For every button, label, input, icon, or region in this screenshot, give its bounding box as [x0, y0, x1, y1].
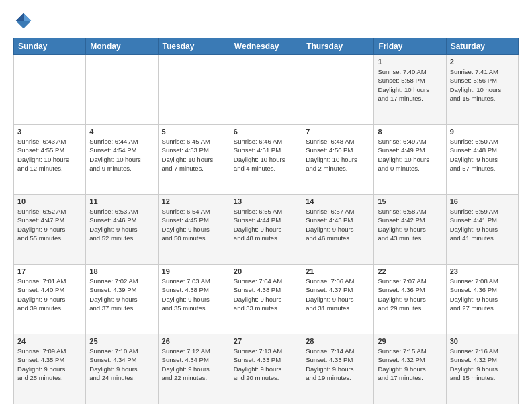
day-cell: 26Sunrise: 7:12 AM Sunset: 4:34 PM Dayli…	[158, 334, 230, 404]
day-info: Sunrise: 7:41 AM Sunset: 5:56 PM Dayligh…	[450, 67, 515, 103]
header-thursday: Thursday	[302, 38, 374, 55]
day-cell: 5Sunrise: 6:45 AM Sunset: 4:53 PM Daylig…	[158, 125, 230, 195]
header-row: SundayMondayTuesdayWednesdayThursdayFrid…	[14, 38, 519, 55]
day-cell: 3Sunrise: 6:43 AM Sunset: 4:55 PM Daylig…	[14, 125, 86, 195]
day-cell: 20Sunrise: 7:04 AM Sunset: 4:38 PM Dayli…	[230, 265, 302, 334]
calendar-table: SundayMondayTuesdayWednesdayThursdayFrid…	[13, 38, 519, 404]
day-cell	[14, 55, 86, 125]
day-info: Sunrise: 7:12 AM Sunset: 4:34 PM Dayligh…	[162, 347, 226, 382]
svg-marker-1	[24, 13, 31, 21]
day-cell: 14Sunrise: 6:57 AM Sunset: 4:43 PM Dayli…	[302, 195, 374, 265]
day-info: Sunrise: 7:07 AM Sunset: 4:36 PM Dayligh…	[378, 277, 442, 312]
day-cell: 16Sunrise: 6:59 AM Sunset: 4:41 PM Dayli…	[446, 195, 518, 265]
day-cell: 27Sunrise: 7:13 AM Sunset: 4:33 PM Dayli…	[230, 334, 302, 404]
day-info: Sunrise: 6:55 AM Sunset: 4:44 PM Dayligh…	[234, 207, 298, 242]
day-cell: 17Sunrise: 7:01 AM Sunset: 4:40 PM Dayli…	[14, 265, 86, 334]
day-info: Sunrise: 6:59 AM Sunset: 4:41 PM Dayligh…	[450, 207, 515, 242]
day-cell	[230, 55, 302, 125]
header	[13, 11, 519, 31]
header-sunday: Sunday	[14, 38, 86, 55]
header-friday: Friday	[374, 38, 446, 55]
day-number: 11	[89, 197, 154, 205]
day-info: Sunrise: 7:40 AM Sunset: 5:58 PM Dayligh…	[378, 67, 442, 103]
day-cell: 23Sunrise: 7:08 AM Sunset: 4:36 PM Dayli…	[446, 265, 518, 334]
day-cell: 15Sunrise: 6:58 AM Sunset: 4:42 PM Dayli…	[374, 195, 446, 265]
day-number: 15	[378, 197, 442, 205]
day-cell: 10Sunrise: 6:52 AM Sunset: 4:47 PM Dayli…	[14, 195, 86, 265]
day-info: Sunrise: 7:15 AM Sunset: 4:32 PM Dayligh…	[378, 347, 442, 382]
day-info: Sunrise: 7:02 AM Sunset: 4:39 PM Dayligh…	[89, 277, 154, 312]
week-row-3: 17Sunrise: 7:01 AM Sunset: 4:40 PM Dayli…	[14, 265, 519, 334]
day-number: 22	[378, 267, 442, 275]
day-cell: 6Sunrise: 6:46 AM Sunset: 4:51 PM Daylig…	[230, 125, 302, 195]
day-info: Sunrise: 7:16 AM Sunset: 4:32 PM Dayligh…	[450, 347, 515, 382]
week-row-0: 1Sunrise: 7:40 AM Sunset: 5:58 PM Daylig…	[14, 55, 519, 125]
day-cell: 8Sunrise: 6:49 AM Sunset: 4:49 PM Daylig…	[374, 125, 446, 195]
day-cell	[86, 55, 158, 125]
header-monday: Monday	[86, 38, 158, 55]
day-info: Sunrise: 6:53 AM Sunset: 4:46 PM Dayligh…	[89, 207, 154, 242]
day-number: 5	[162, 128, 226, 136]
day-info: Sunrise: 6:57 AM Sunset: 4:43 PM Dayligh…	[306, 207, 370, 242]
day-number: 19	[162, 267, 226, 275]
day-number: 23	[450, 267, 515, 275]
day-info: Sunrise: 6:45 AM Sunset: 4:53 PM Dayligh…	[162, 137, 226, 173]
day-number: 18	[89, 267, 154, 275]
day-number: 8	[378, 128, 442, 136]
day-number: 12	[162, 197, 226, 205]
day-info: Sunrise: 7:03 AM Sunset: 4:38 PM Dayligh…	[162, 277, 226, 312]
day-cell: 29Sunrise: 7:15 AM Sunset: 4:32 PM Dayli…	[374, 334, 446, 404]
day-info: Sunrise: 7:04 AM Sunset: 4:38 PM Dayligh…	[234, 277, 298, 312]
day-info: Sunrise: 6:46 AM Sunset: 4:51 PM Dayligh…	[234, 137, 298, 173]
logo-icon	[13, 11, 34, 31]
day-number: 30	[450, 337, 515, 345]
day-cell: 11Sunrise: 6:53 AM Sunset: 4:46 PM Dayli…	[86, 195, 158, 265]
day-cell: 13Sunrise: 6:55 AM Sunset: 4:44 PM Dayli…	[230, 195, 302, 265]
day-number: 29	[378, 337, 442, 345]
day-number: 20	[234, 267, 298, 275]
day-cell: 1Sunrise: 7:40 AM Sunset: 5:58 PM Daylig…	[374, 55, 446, 125]
week-row-2: 10Sunrise: 6:52 AM Sunset: 4:47 PM Dayli…	[14, 195, 519, 265]
header-wednesday: Wednesday	[230, 38, 302, 55]
week-row-1: 3Sunrise: 6:43 AM Sunset: 4:55 PM Daylig…	[14, 125, 519, 195]
day-number: 26	[162, 337, 226, 345]
day-cell: 25Sunrise: 7:10 AM Sunset: 4:34 PM Dayli…	[86, 334, 158, 404]
day-info: Sunrise: 6:49 AM Sunset: 4:49 PM Dayligh…	[378, 137, 442, 173]
day-number: 21	[306, 267, 370, 275]
day-cell: 19Sunrise: 7:03 AM Sunset: 4:38 PM Dayli…	[158, 265, 230, 334]
day-info: Sunrise: 6:43 AM Sunset: 4:55 PM Dayligh…	[17, 137, 82, 173]
day-number: 1	[378, 58, 442, 66]
calendar-header: SundayMondayTuesdayWednesdayThursdayFrid…	[14, 38, 519, 55]
day-info: Sunrise: 7:09 AM Sunset: 4:35 PM Dayligh…	[17, 347, 82, 382]
day-number: 3	[17, 128, 82, 136]
day-cell: 28Sunrise: 7:14 AM Sunset: 4:33 PM Dayli…	[302, 334, 374, 404]
day-number: 10	[17, 197, 82, 205]
day-number: 25	[89, 337, 154, 345]
day-info: Sunrise: 6:54 AM Sunset: 4:45 PM Dayligh…	[162, 207, 226, 242]
day-cell: 22Sunrise: 7:07 AM Sunset: 4:36 PM Dayli…	[374, 265, 446, 334]
day-cell: 24Sunrise: 7:09 AM Sunset: 4:35 PM Dayli…	[14, 334, 86, 404]
header-tuesday: Tuesday	[158, 38, 230, 55]
day-number: 14	[306, 197, 370, 205]
page: SundayMondayTuesdayWednesdayThursdayFrid…	[0, 0, 532, 411]
day-number: 27	[234, 337, 298, 345]
day-info: Sunrise: 6:52 AM Sunset: 4:47 PM Dayligh…	[17, 207, 82, 242]
calendar-body: 1Sunrise: 7:40 AM Sunset: 5:58 PM Daylig…	[14, 55, 519, 404]
day-number: 16	[450, 197, 515, 205]
day-info: Sunrise: 6:58 AM Sunset: 4:42 PM Dayligh…	[378, 207, 442, 242]
day-cell	[302, 55, 374, 125]
day-cell: 4Sunrise: 6:44 AM Sunset: 4:54 PM Daylig…	[86, 125, 158, 195]
day-cell: 9Sunrise: 6:50 AM Sunset: 4:48 PM Daylig…	[446, 125, 518, 195]
day-number: 9	[450, 128, 515, 136]
day-number: 4	[89, 128, 154, 136]
svg-marker-2	[16, 13, 24, 21]
day-number: 17	[17, 267, 82, 275]
day-info: Sunrise: 7:08 AM Sunset: 4:36 PM Dayligh…	[450, 277, 515, 312]
day-info: Sunrise: 6:50 AM Sunset: 4:48 PM Dayligh…	[450, 137, 515, 173]
day-cell: 21Sunrise: 7:06 AM Sunset: 4:37 PM Dayli…	[302, 265, 374, 334]
day-number: 13	[234, 197, 298, 205]
logo	[13, 11, 38, 31]
day-info: Sunrise: 7:06 AM Sunset: 4:37 PM Dayligh…	[306, 277, 370, 312]
day-cell: 30Sunrise: 7:16 AM Sunset: 4:32 PM Dayli…	[446, 334, 518, 404]
header-saturday: Saturday	[446, 38, 518, 55]
